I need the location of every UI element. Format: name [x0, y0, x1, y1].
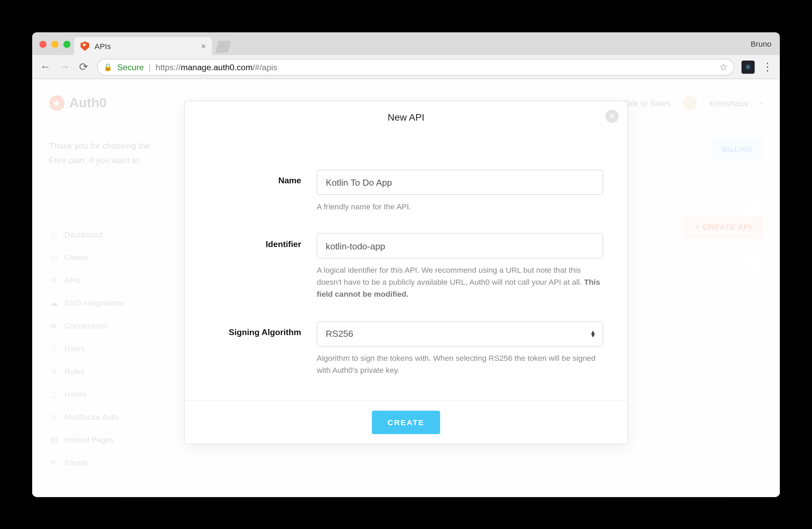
algorithm-help: Algorithm to sign the tokens with. When … — [317, 352, 603, 376]
identifier-help: A logical identifier for this API. We re… — [317, 264, 603, 300]
algorithm-select[interactable] — [317, 321, 603, 346]
window-zoom-button[interactable] — [63, 40, 71, 48]
identifier-input[interactable] — [317, 233, 603, 258]
window-minimize-button[interactable] — [51, 40, 59, 48]
new-tab-button[interactable] — [216, 40, 231, 52]
new-api-modal: New API ✕ Name A friendly name for the A… — [185, 100, 628, 444]
url-scheme: https:// — [156, 62, 181, 72]
create-button[interactable]: CREATE — [372, 410, 440, 434]
auth0-favicon-icon — [80, 41, 90, 51]
modal-close-button[interactable]: ✕ — [606, 110, 619, 123]
window-close-button[interactable] — [39, 40, 47, 48]
name-label: Name — [209, 170, 317, 213]
lock-icon: 🔒 — [103, 62, 112, 71]
secure-label: Secure — [117, 62, 144, 72]
chrome-tab-strip: APIs × Bruno — [32, 32, 780, 55]
name-help: A friendly name for the API. — [317, 201, 603, 213]
url-path: /#/apis — [253, 62, 277, 72]
algorithm-label: Signing Algorithm — [209, 321, 317, 376]
browser-tab[interactable]: APIs × — [74, 37, 212, 55]
close-icon: ✕ — [609, 112, 615, 121]
react-devtools-extension-icon[interactable]: ⚛ — [741, 60, 755, 73]
tab-title: APIs — [94, 41, 111, 50]
address-bar[interactable]: 🔒 Secure | https://manage.auth0.com/#/ap… — [97, 58, 734, 75]
browser-window: APIs × Bruno ← → ⟳ 🔒 Secure | https://ma… — [32, 32, 780, 497]
chrome-toolbar: ← → ⟳ 🔒 Secure | https://manage.auth0.co… — [32, 55, 780, 79]
url-domain: manage.auth0.com — [181, 62, 253, 72]
back-icon[interactable]: ← — [39, 60, 51, 73]
app-viewport: ★ Auth0 Talk to Sales krebshaus ▾ Thank … — [32, 79, 780, 497]
form-row-algorithm: Signing Algorithm ▲▼ Algorithm to sign t… — [209, 321, 603, 376]
form-row-identifier: Identifier A logical identifier for this… — [209, 233, 603, 300]
bookmark-star-icon[interactable]: ☆ — [719, 61, 728, 72]
browser-profile-name[interactable]: Bruno — [751, 39, 772, 48]
reload-icon[interactable]: ⟳ — [78, 60, 90, 73]
modal-header: New API ✕ — [185, 101, 627, 127]
modal-footer: CREATE — [185, 400, 627, 443]
identifier-label: Identifier — [209, 233, 317, 300]
chrome-menu-icon[interactable]: ⋮ — [762, 60, 773, 73]
traffic-lights — [39, 40, 71, 48]
modal-title: New API — [388, 112, 424, 122]
name-input[interactable] — [317, 170, 603, 195]
form-row-name: Name A friendly name for the API. — [209, 170, 603, 213]
close-tab-icon[interactable]: × — [201, 41, 206, 51]
modal-body: Name A friendly name for the API. Identi… — [185, 127, 627, 400]
modal-overlay[interactable]: New API ✕ Name A friendly name for the A… — [32, 79, 780, 497]
forward-icon[interactable]: → — [59, 60, 71, 73]
